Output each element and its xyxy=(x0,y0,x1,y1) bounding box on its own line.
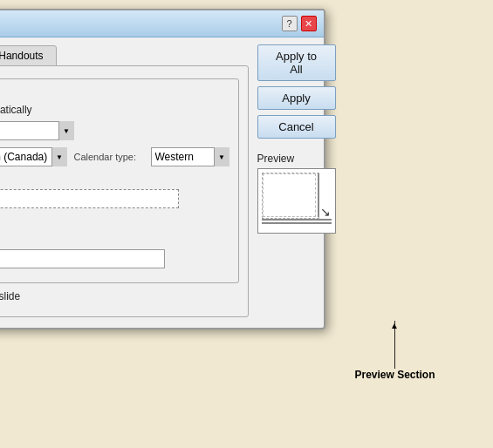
fixed-row: Fixed xyxy=(0,172,229,184)
calendar-label: Calendar type: xyxy=(74,152,144,162)
help-button[interactable]: ? xyxy=(282,16,298,31)
dont-show-label: Don't show on title slide xyxy=(0,290,20,302)
apply-all-button[interactable]: Apply to All xyxy=(257,44,336,81)
footer-input-row xyxy=(0,249,229,268)
preview-label: Preview xyxy=(257,153,336,165)
date-select[interactable]: 15/07/2014 xyxy=(0,121,74,140)
tab-bar: Slide Notes and Handouts xyxy=(0,44,249,65)
date-time-row: Date and time xyxy=(0,86,229,98)
preview-line-2 xyxy=(262,222,332,224)
left-section: Slide Notes and Handouts Include on slid… xyxy=(0,44,249,317)
language-select[interactable]: English (Canada) xyxy=(0,147,67,166)
fixed-date-input[interactable] xyxy=(0,189,179,208)
fixed-input-row xyxy=(0,189,229,208)
preview-arrow: ↘ xyxy=(320,205,331,219)
footer-input[interactable] xyxy=(0,249,165,268)
update-auto-label: Update automatically xyxy=(0,104,32,116)
annotation-text: Preview Section xyxy=(354,369,435,381)
preview-container: Preview ↘ xyxy=(257,153,336,234)
calendar-combo-wrapper: Western ▼ xyxy=(151,147,229,166)
preview-lines xyxy=(262,219,332,224)
preview-right-line xyxy=(318,173,319,217)
tab-notes-handouts[interactable]: Notes and Handouts xyxy=(0,45,57,66)
cancel-button[interactable]: Cancel xyxy=(257,115,336,139)
footer-row: Footer xyxy=(0,232,229,244)
include-on-slide-group: Include on slide Date and time Update au… xyxy=(0,78,239,283)
header-footer-dialog: Header and Footer ? ✕ Slide Notes and Ha… xyxy=(0,9,325,329)
annotation-area: ▲ Preview Section xyxy=(168,321,494,381)
title-bar: Header and Footer ? ✕ xyxy=(0,10,324,37)
preview-line-1 xyxy=(262,219,332,221)
language-combo-wrapper: English (Canada) ▼ xyxy=(0,147,67,166)
date-combo-wrapper: 15/07/2014 ▼ xyxy=(0,121,74,140)
dialog-wrapper: Header and Footer ? ✕ Slide Notes and Ha… xyxy=(0,9,493,381)
dont-show-row: Don't show on title slide xyxy=(0,290,239,302)
slide-tab-content: Include on slide Date and time Update au… xyxy=(0,65,249,317)
date-dropdown-row: 15/07/2014 ▼ xyxy=(0,121,229,140)
update-auto-row: Update automatically xyxy=(0,104,229,116)
preview-box: ↘ xyxy=(257,168,336,234)
title-controls: ? ✕ xyxy=(282,16,317,31)
right-section: Apply to All Apply Cancel Preview ↘ xyxy=(257,44,336,317)
annotation-arrow-line: ▲ xyxy=(394,321,395,369)
close-button[interactable]: ✕ xyxy=(301,16,317,31)
preview-inner-rect xyxy=(263,173,316,217)
apply-button[interactable]: Apply xyxy=(257,86,336,110)
calendar-select[interactable]: Western xyxy=(151,147,229,166)
language-calendar-row: Language: English (Canada) ▼ Calendar ty… xyxy=(0,147,229,166)
dialog-body: Slide Notes and Handouts Include on slid… xyxy=(0,37,324,328)
slide-number-row: Slide number xyxy=(0,214,229,227)
